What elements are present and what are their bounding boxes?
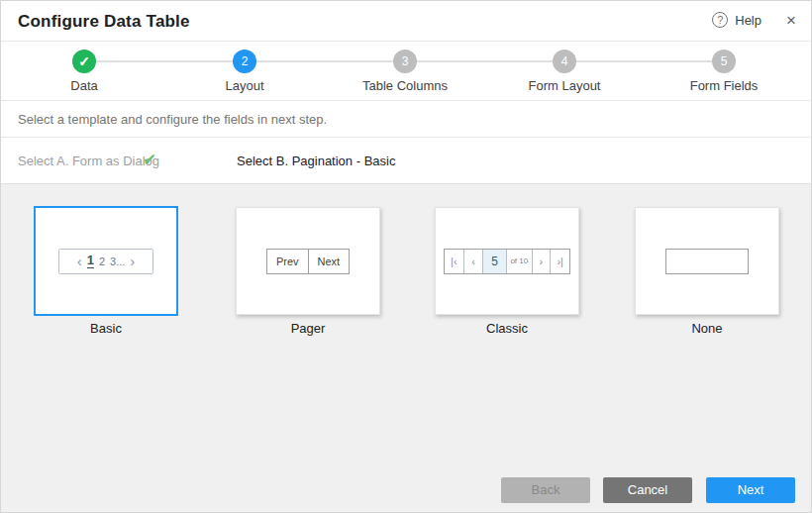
first-page-icon: |‹ (445, 250, 464, 273)
stepper-step-form-layout-label: Form Layout (529, 78, 601, 93)
help-icon: ? (712, 12, 728, 28)
last-page-icon: ›| (551, 250, 569, 273)
stepper-step-data-circle[interactable]: ✓ (72, 50, 96, 73)
template-card-pager[interactable]: Prev Next (236, 207, 380, 315)
chevron-left-icon: ‹ (464, 250, 484, 273)
select-a-label: Select A. Form as Dialog (18, 154, 159, 168)
preview-page-1: 1 (87, 254, 94, 268)
close-icon[interactable]: × (786, 11, 796, 31)
none-pagination-preview (665, 249, 749, 274)
configure-data-table-dialog: Configure Data Table ? Help × ✓ Data 2 L… (0, 0, 812, 513)
preview-current-page: 5 (483, 250, 507, 273)
template-label-pager: Pager (236, 321, 380, 336)
classic-pagination-preview: |‹ ‹ 5 of 10 › ›| (444, 249, 570, 274)
template-card-classic[interactable]: |‹ ‹ 5 of 10 › ›| (435, 207, 579, 315)
dialog-header: Configure Data Table ? Help × (1, 1, 811, 42)
stepper-step-data-label: Data (70, 78, 97, 93)
stepper-step-table-columns-label: Table Columns (362, 78, 448, 93)
template-card-basic[interactable]: ‹ 1 2 3... › (34, 206, 178, 316)
select-b-label: Select B. Pagination - Basic (237, 154, 395, 168)
cancel-button[interactable]: Cancel (603, 477, 692, 503)
pager-pagination-preview: Prev Next (266, 249, 350, 274)
template-gallery: ‹ 1 2 3... › Basic Prev Next Pager |‹ ‹ … (1, 184, 811, 513)
preview-prev-button: Prev (267, 250, 309, 273)
selection-summary-row: Select A. Form as Dialog ✔ Select B. Pag… (1, 138, 811, 184)
template-label-basic: Basic (34, 321, 178, 336)
instruction-text: Select a template and configure the fiel… (18, 112, 327, 127)
back-button[interactable]: Back (501, 477, 590, 503)
template-label-classic: Classic (435, 321, 579, 336)
template-card-none[interactable] (635, 207, 779, 315)
template-label-none: None (635, 321, 779, 336)
basic-pagination-preview: ‹ 1 2 3... › (58, 249, 153, 274)
instruction-row: Select a template and configure the fiel… (1, 102, 811, 138)
stepper-step-table-columns-circle[interactable]: 3 (393, 50, 417, 73)
stepper-step-form-layout-circle[interactable]: 4 (553, 50, 576, 73)
preview-page-3: 3... (110, 256, 125, 267)
stepper-step-layout-circle[interactable]: 2 (233, 50, 256, 73)
select-a-check-icon: ✔ (143, 150, 156, 170)
help-button[interactable]: ? Help (712, 12, 761, 28)
page-title: Configure Data Table (18, 12, 190, 32)
stepper-step-form-fields-circle[interactable]: 5 (712, 50, 736, 73)
help-label: Help (735, 13, 761, 28)
preview-next-button: Next (309, 250, 350, 273)
preview-page-2: 2 (99, 256, 105, 267)
next-button[interactable]: Next (706, 477, 795, 503)
wizard-stepper: ✓ Data 2 Layout 3 Table Columns 4 Form L… (1, 42, 811, 101)
chevron-left-icon: ‹ (77, 254, 82, 268)
chevron-right-icon: › (130, 254, 135, 268)
preview-page-count: of 10 (507, 250, 533, 273)
stepper-step-form-fields-label: Form Fields (690, 78, 759, 93)
chevron-right-icon: › (533, 250, 552, 273)
stepper-step-layout-label: Layout (225, 78, 263, 93)
